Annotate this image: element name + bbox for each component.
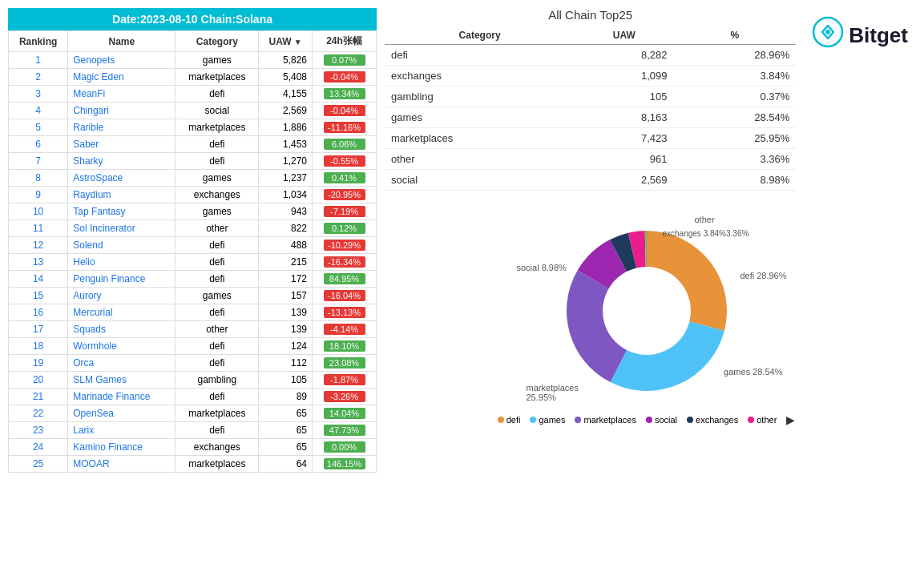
change-badge: 6.06% bbox=[324, 139, 365, 150]
change-badge: -0.04% bbox=[324, 105, 365, 116]
cell-category: other bbox=[176, 321, 259, 338]
cell-name: Penguin Finance bbox=[68, 271, 176, 288]
cell-rank: 20 bbox=[9, 372, 68, 389]
legend-dot-games bbox=[530, 417, 536, 423]
cell-uaw: 1,886 bbox=[259, 119, 313, 136]
legend-label-other: other bbox=[757, 415, 777, 425]
legend-label-defi: defi bbox=[506, 415, 521, 425]
cell-change: 18.10% bbox=[313, 338, 377, 355]
cell-uaw: 215 bbox=[259, 254, 313, 271]
cell-change: 0.00% bbox=[313, 439, 377, 456]
top25-row: other 961 3.36% bbox=[385, 149, 796, 170]
cell-name: Squads bbox=[68, 321, 176, 338]
bitget-logo: Bitget bbox=[812, 8, 908, 54]
cell-uaw: 64 bbox=[259, 456, 313, 473]
col-category: Category bbox=[176, 31, 259, 52]
top25-cell-category: marketplaces bbox=[385, 128, 575, 149]
cell-change: -7.19% bbox=[313, 203, 377, 220]
top25-cell-category: exchanges bbox=[385, 66, 575, 87]
cell-rank: 4 bbox=[9, 103, 68, 119]
label-games: games 28.54% bbox=[724, 367, 782, 377]
cell-category: games bbox=[176, 203, 259, 220]
table-row: 24 Kamino Finance exchanges 65 0.00% bbox=[9, 439, 377, 456]
legend-label-games: games bbox=[539, 415, 565, 425]
cell-category: games bbox=[176, 288, 259, 304]
legend-item-exchanges: exchanges bbox=[687, 415, 738, 425]
top25-cell-pct: 3.36% bbox=[674, 149, 797, 170]
top25-cell-category: other bbox=[385, 149, 575, 170]
cell-change: 0.41% bbox=[313, 170, 377, 187]
cell-category: social bbox=[176, 103, 259, 119]
cell-uaw: 112 bbox=[259, 355, 313, 372]
cell-rank: 18 bbox=[9, 338, 68, 355]
table-row: 7 Sharky defi 1,270 -0.55% bbox=[9, 153, 377, 170]
segment-marketplaces bbox=[567, 270, 627, 382]
table-row: 10 Tap Fantasy games 943 -7.19% bbox=[9, 203, 377, 220]
cell-category: exchanges bbox=[176, 439, 259, 456]
change-badge: -20.95% bbox=[324, 189, 365, 200]
cell-category: marketplaces bbox=[176, 119, 259, 136]
cell-change: -20.95% bbox=[313, 187, 377, 203]
right-panel: All Chain Top25 Category UAW % defi 8,28… bbox=[385, 8, 908, 473]
cell-rank: 13 bbox=[9, 254, 68, 271]
cell-uaw: 65 bbox=[259, 439, 313, 456]
legend-dot-other bbox=[748, 417, 754, 423]
change-badge: -0.55% bbox=[324, 155, 365, 167]
top25-row: marketplaces 7,423 25.95% bbox=[385, 128, 796, 149]
cell-change: -10.29% bbox=[313, 237, 377, 254]
cell-category: defi bbox=[176, 153, 259, 170]
cell-rank: 7 bbox=[9, 153, 68, 170]
table-row: 2 Magic Eden marketplaces 5,408 -0.04% bbox=[9, 69, 377, 86]
top25-row: games 8,163 28.54% bbox=[385, 107, 796, 128]
top25-col-pct: % bbox=[674, 26, 797, 45]
table-row: 12 Solend defi 488 -10.29% bbox=[9, 237, 377, 254]
legend-dot-defi bbox=[498, 417, 504, 423]
cell-rank: 6 bbox=[9, 136, 68, 153]
cell-name: Tap Fantasy bbox=[68, 203, 176, 220]
cell-name: AstroSpace bbox=[68, 170, 176, 187]
cell-change: 6.06% bbox=[313, 136, 377, 153]
table-row: 23 Larix defi 65 47.73% bbox=[9, 422, 377, 439]
cell-category: marketplaces bbox=[176, 405, 259, 422]
cell-change: 14.04% bbox=[313, 405, 377, 422]
table-row: 11 Sol Incinerator other 822 0.12% bbox=[9, 220, 377, 237]
cell-category: defi bbox=[176, 86, 259, 103]
svg-point-1 bbox=[825, 30, 830, 34]
cell-rank: 2 bbox=[9, 69, 68, 86]
top25-cell-pct: 25.95% bbox=[674, 128, 797, 149]
legend-item-defi: defi bbox=[498, 415, 521, 425]
col-ranking: Ranking bbox=[9, 31, 68, 52]
change-badge: 23.08% bbox=[324, 357, 365, 369]
change-badge: 146.15% bbox=[324, 458, 365, 469]
cell-category: defi bbox=[176, 237, 259, 254]
cell-uaw: 1,453 bbox=[259, 136, 313, 153]
top25-cell-uaw: 7,423 bbox=[575, 128, 673, 149]
cell-rank: 9 bbox=[9, 187, 68, 203]
cell-change: 146.15% bbox=[313, 456, 377, 473]
cell-rank: 11 bbox=[9, 220, 68, 237]
cell-uaw: 1,270 bbox=[259, 153, 313, 170]
legend-next-arrow[interactable]: ▶ bbox=[786, 413, 795, 426]
cell-name: Sol Incinerator bbox=[68, 220, 176, 237]
table-row: 21 Marinade Finance defi 89 -3.26% bbox=[9, 389, 377, 405]
cell-category: other bbox=[176, 220, 259, 237]
legend-label-marketplaces: marketplaces bbox=[583, 415, 636, 425]
cell-name: Kamino Finance bbox=[68, 439, 176, 456]
cell-rank: 1 bbox=[9, 52, 68, 69]
top25-cell-uaw: 961 bbox=[575, 149, 673, 170]
table-row: 20 SLM Games gambling 105 -1.87% bbox=[9, 372, 377, 389]
label-other: other bbox=[695, 215, 715, 224]
change-badge: 47.73% bbox=[324, 425, 365, 436]
cell-rank: 8 bbox=[9, 170, 68, 187]
change-badge: 13.34% bbox=[324, 88, 365, 99]
cell-uaw: 157 bbox=[259, 288, 313, 304]
cell-change: 47.73% bbox=[313, 422, 377, 439]
cell-name: SLM Games bbox=[68, 372, 176, 389]
legend-item-other: other bbox=[748, 415, 777, 425]
cell-uaw: 488 bbox=[259, 237, 313, 254]
cell-name: Helio bbox=[68, 254, 176, 271]
cell-rank: 17 bbox=[9, 321, 68, 338]
cell-rank: 16 bbox=[9, 304, 68, 321]
sort-icon[interactable]: ▼ bbox=[294, 38, 302, 46]
cell-name: Wormhole bbox=[68, 338, 176, 355]
